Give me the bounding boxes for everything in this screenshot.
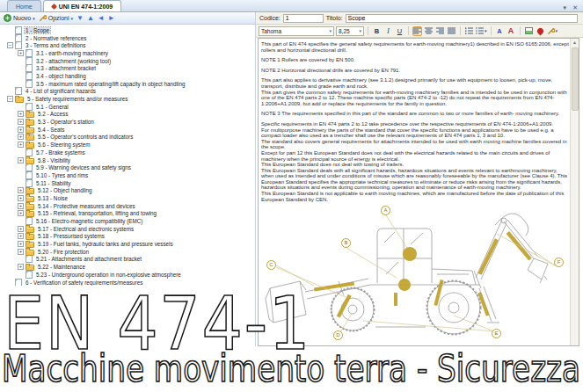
expand-icon[interactable]: + [18, 134, 24, 140]
tree-item[interactable]: +5.13 - Noise [0, 194, 255, 202]
chevron-down-icon: ▾ [359, 28, 361, 33]
tree-item[interactable]: 3.2 - attachment (working tool) [0, 57, 255, 65]
tree-item[interactable]: 5.7 - Brake systems [0, 149, 255, 156]
opzioni-button[interactable]: Opzioni ▾ [39, 14, 73, 22]
expand-icon[interactable]: + [18, 142, 24, 148]
opzioni-label: Opzioni [48, 15, 69, 21]
nuovo-button[interactable]: Nuovo ▾ [4, 14, 35, 22]
italic-button[interactable]: I [383, 26, 393, 36]
numbered-list-button[interactable] [464, 26, 474, 36]
tree-item[interactable]: 5.11 - Stability [0, 179, 255, 187]
tab-active-label: UNI EN 474-1:2009 [59, 4, 113, 10]
tree-item[interactable]: +5.5 - Operator's controls and indicator… [0, 134, 255, 142]
expand-icon[interactable]: + [18, 203, 24, 209]
expand-icon[interactable]: + [18, 127, 24, 133]
menu-dropdown-icon[interactable]: ▾ [564, 4, 567, 11]
close-icon[interactable]: ✕ [572, 4, 578, 11]
tree-item[interactable]: 1 - Scope [0, 26, 255, 34]
tree-item[interactable]: +5.18 - Pressurised systems [0, 233, 255, 241]
tree-item[interactable]: 5.9 - Warning devices and safety signs [0, 163, 255, 171]
tree-item[interactable]: +5.12 - Object handling [0, 186, 255, 194]
page-icon [26, 57, 33, 65]
arrow-down-icon[interactable]: ▼ [77, 15, 84, 22]
align-right-icon [436, 27, 444, 34]
font-size-value: 8,25 [339, 28, 350, 34]
tree-item[interactable]: +3.1 - earth-moving machinery [0, 49, 255, 57]
expand-icon[interactable]: + [18, 249, 24, 255]
align-left-button[interactable] [412, 26, 422, 36]
expand-icon[interactable]: + [18, 187, 24, 193]
font-color-red-button[interactable]: A [506, 26, 516, 36]
bold-button[interactable]: B [372, 26, 382, 36]
doc-scrollbar[interactable]: ▲ [570, 39, 579, 345]
tree-item[interactable]: +5.15 - Retrieval, transportation, lifti… [0, 210, 255, 218]
tree-item[interactable]: −5 - Safety requirements and/or measures [0, 95, 255, 103]
tree-item[interactable]: +5.8 - Visibility [0, 156, 255, 164]
highlight-color-button[interactable] [524, 26, 534, 36]
expand-icon[interactable]: + [18, 50, 24, 56]
tree-item-label: 5.13 - Noise [37, 195, 69, 201]
expand-icon[interactable]: + [18, 226, 24, 232]
tab-uni-en-474[interactable]: UNI EN 474-1:2009 [43, 0, 121, 11]
tree-item[interactable]: +5.22 - Maintenance [0, 263, 255, 271]
tree-item[interactable]: +5.20 - Fire protection [0, 248, 255, 256]
doc-paragraph: This European Standard does not deal wit… [261, 162, 569, 168]
arrow-left-icon[interactable]: ◄ [98, 15, 105, 22]
expand-icon[interactable]: + [18, 241, 24, 247]
codice-input[interactable] [283, 14, 324, 23]
tree-item[interactable]: 2 - Normative references [0, 34, 255, 42]
tree-item[interactable]: 3.5 - maximum rated operating/lift capac… [0, 80, 255, 88]
doc-paragraph: This part gives the common safety requir… [261, 90, 569, 107]
align-right-button[interactable] [435, 26, 445, 36]
font-family-select[interactable]: Tahoma▾ [259, 26, 334, 36]
tree-item[interactable]: 5.1 - General [0, 103, 255, 111]
bullet-list-button[interactable]: ▾ [476, 26, 487, 36]
tree-item[interactable]: 5.10 - Tyres and rims [0, 171, 255, 179]
tree-item[interactable]: 5.16 - Electro-magnetic compatibility (E… [0, 217, 255, 225]
scrollbar-thumb[interactable] [572, 47, 579, 111]
tree-item[interactable]: 3.4 - object handling [0, 72, 255, 80]
tree-item[interactable]: +5.2 - Access [0, 111, 255, 119]
paint-icon [536, 26, 544, 35]
expand-icon[interactable]: + [18, 119, 24, 125]
tools-button[interactable]: ▾ [547, 26, 558, 36]
separator [408, 26, 409, 35]
expand-icon[interactable]: + [18, 210, 24, 216]
page-icon [26, 179, 33, 187]
font-color-button[interactable]: A [495, 26, 505, 36]
expand-icon[interactable]: + [18, 233, 24, 239]
collapse-icon[interactable]: − [7, 96, 13, 102]
align-justify-button[interactable] [447, 26, 456, 36]
paint-button[interactable] [536, 26, 545, 36]
tree-item[interactable]: 6 - Verification of safety requirements/… [0, 279, 255, 287]
tree-item[interactable]: +5.14 - Protective measures and devices [0, 202, 255, 210]
font-size-select[interactable]: 8,25▾ [336, 26, 364, 36]
titolo-input[interactable] [346, 14, 578, 23]
tree-item[interactable]: +5.3 - Operator's station [0, 118, 255, 126]
collapse-icon[interactable]: − [7, 42, 13, 48]
expand-icon[interactable]: + [18, 264, 24, 270]
scroll-up-icon[interactable]: ▲ [571, 39, 579, 47]
tab-home[interactable]: Home [7, 0, 41, 11]
editor-header: Codice: Titolo: [256, 12, 583, 25]
expand-icon[interactable]: + [18, 195, 24, 201]
tree-item[interactable]: +5.6 - Steering system [0, 141, 255, 149]
arrow-up-icon[interactable]: ▲ [87, 15, 94, 22]
folder-icon [26, 250, 34, 256]
expand-icon[interactable]: + [18, 111, 24, 117]
tree-item[interactable]: 4 - List of significant hazards [0, 88, 255, 96]
chevron-down-icon: ▾ [329, 28, 332, 33]
tree-item[interactable]: −3 - Terms and definitions [0, 41, 255, 49]
align-center-button[interactable] [424, 26, 434, 36]
underline-button[interactable]: U [395, 26, 404, 36]
document-editor[interactable]: This part of EN 474 specifies the genera… [258, 38, 579, 346]
arrow-right-icon[interactable]: ► [108, 15, 115, 22]
tree-item[interactable]: +5.17 - Electrical and electronic system… [0, 225, 255, 233]
tree-item[interactable]: 5.21 - Attachments and attachment bracke… [0, 256, 255, 264]
expand-icon[interactable]: + [18, 157, 24, 163]
tree-item[interactable]: 5.23 - Underground operation in non-expl… [0, 271, 255, 279]
doc-paragraph: This European Standard deals with all si… [261, 168, 569, 191]
tree-item[interactable]: 3.3 - attachment bracket [0, 64, 255, 72]
tree-item[interactable]: +5.4 - Seats [0, 126, 255, 134]
tree-item[interactable]: +5.19 - Fuel tanks, hydraulic tanks and … [0, 240, 255, 248]
